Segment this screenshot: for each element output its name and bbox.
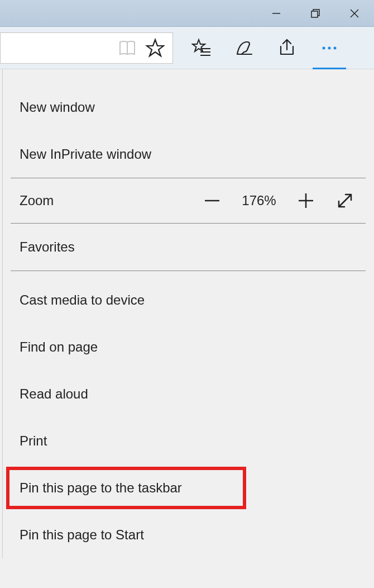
svg-point-9 bbox=[328, 46, 331, 49]
browser-toolbar bbox=[0, 27, 374, 69]
menu-item-label: Pin this page to Start bbox=[20, 527, 144, 543]
more-button[interactable] bbox=[308, 27, 351, 69]
star-icon bbox=[145, 38, 165, 58]
reading-view-button[interactable] bbox=[113, 34, 141, 62]
more-menu: New window New InPrivate window Zoom 176… bbox=[2, 69, 373, 558]
minimize-button[interactable] bbox=[257, 0, 296, 27]
close-button[interactable] bbox=[335, 0, 374, 27]
restore-button[interactable] bbox=[296, 0, 335, 27]
book-icon bbox=[118, 39, 137, 58]
dots-icon bbox=[318, 37, 341, 59]
toolbar-actions bbox=[181, 27, 351, 69]
minimize-icon bbox=[271, 8, 282, 19]
plus-icon bbox=[296, 191, 315, 210]
zoom-controls: 176% bbox=[200, 189, 357, 212]
zoom-value: 176% bbox=[239, 193, 279, 208]
menu-new-window[interactable]: New window bbox=[3, 84, 373, 131]
svg-rect-2 bbox=[311, 11, 318, 17]
menu-item-label: New InPrivate window bbox=[20, 146, 151, 162]
notes-button[interactable] bbox=[223, 27, 266, 69]
menu-item-label: New window bbox=[20, 99, 95, 115]
menu-zoom: Zoom 176% bbox=[3, 178, 373, 223]
menu-item-label: Find on page bbox=[20, 339, 98, 355]
expand-icon bbox=[335, 191, 354, 210]
close-icon bbox=[349, 8, 360, 19]
address-bar[interactable] bbox=[0, 32, 173, 64]
menu-pin-taskbar[interactable]: Pin this page to the taskbar bbox=[3, 464, 373, 511]
hub-icon bbox=[191, 37, 213, 59]
menu-find-on-page[interactable]: Find on page bbox=[3, 324, 373, 371]
svg-point-10 bbox=[334, 46, 337, 49]
favorite-star-button[interactable] bbox=[141, 34, 169, 62]
menu-item-label: Favorites bbox=[20, 239, 75, 255]
zoom-in-button[interactable] bbox=[294, 189, 318, 212]
menu-read-aloud[interactable]: Read aloud bbox=[3, 371, 373, 418]
pen-icon bbox=[234, 37, 255, 59]
restore-icon bbox=[310, 8, 321, 19]
menu-item-label: Cast media to device bbox=[20, 292, 145, 308]
hub-button[interactable] bbox=[181, 27, 223, 69]
zoom-out-button[interactable] bbox=[200, 189, 224, 212]
fullscreen-button[interactable] bbox=[333, 189, 357, 212]
menu-item-label: Print bbox=[20, 433, 47, 449]
minus-icon bbox=[203, 191, 222, 210]
share-icon bbox=[276, 37, 298, 59]
window-titlebar bbox=[0, 0, 374, 27]
menu-new-inprivate[interactable]: New InPrivate window bbox=[3, 131, 373, 178]
menu-cast-media[interactable]: Cast media to device bbox=[3, 277, 373, 324]
menu-pin-start[interactable]: Pin this page to Start bbox=[3, 511, 373, 558]
share-button[interactable] bbox=[266, 27, 308, 69]
zoom-label: Zoom bbox=[20, 193, 54, 208]
svg-point-8 bbox=[323, 46, 325, 49]
menu-item-label: Read aloud bbox=[20, 386, 88, 402]
menu-favorites[interactable]: Favorites bbox=[3, 224, 373, 271]
menu-print[interactable]: Print bbox=[3, 418, 373, 464]
menu-item-label: Pin this page to the taskbar bbox=[20, 480, 182, 496]
